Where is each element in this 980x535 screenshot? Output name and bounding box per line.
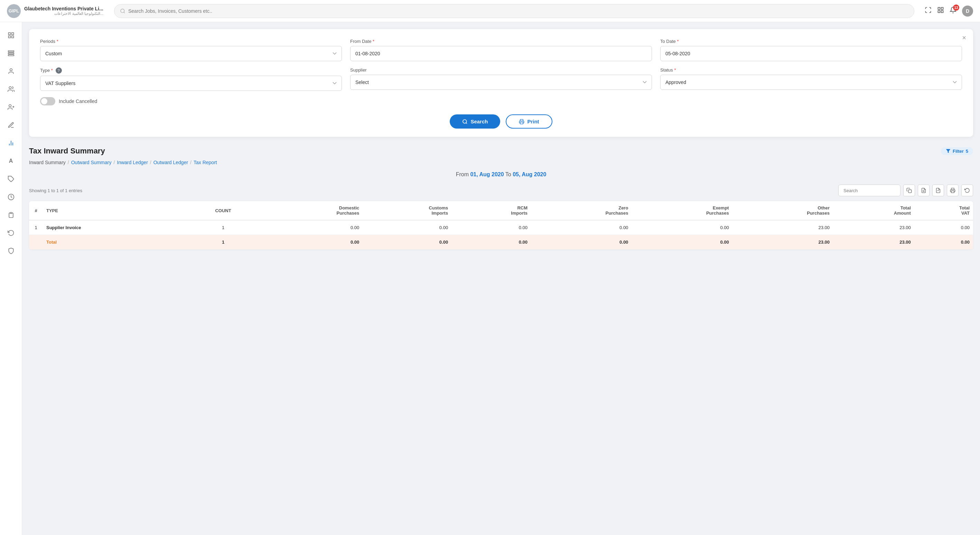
grid-btn[interactable]: [937, 6, 944, 15]
search-button[interactable]: Search: [450, 114, 500, 129]
sidebar-item-user[interactable]: [3, 64, 19, 79]
cell-other: 23.00: [732, 220, 833, 235]
svg-rect-7: [11, 33, 13, 35]
cell-zero: 0.00: [531, 220, 632, 235]
breadcrumb-sep-2: /: [113, 160, 115, 165]
sidebar-item-add-user[interactable]: [3, 100, 19, 115]
to-date-label: To Date *: [660, 39, 962, 44]
excel-btn[interactable]: [932, 184, 944, 196]
fullscreen-btn[interactable]: [925, 6, 932, 15]
type-group: Type * ? VAT Suppliers: [40, 67, 342, 91]
sidebar-item-return[interactable]: [3, 225, 19, 241]
table-search-input[interactable]: [838, 184, 900, 196]
print-btn-icon: [519, 119, 524, 124]
cell-type: Supplier Invoice: [43, 220, 184, 235]
sidebar-item-clipboard[interactable]: [3, 207, 19, 222]
status-label: Status *: [660, 67, 962, 73]
notifications-btn[interactable]: 13: [950, 6, 956, 15]
notification-badge: 13: [953, 5, 959, 11]
cell-count: 1: [184, 220, 262, 235]
svg-rect-12: [8, 55, 14, 56]
filter-card: × Periods * Custom From Date * To Date *…: [29, 29, 973, 137]
table-row: 1 Supplier Invoice 1 0.00 0.00 0.00 0.00…: [29, 220, 973, 235]
svg-rect-9: [11, 36, 13, 38]
breadcrumb-tax-report[interactable]: Tax Report: [194, 160, 217, 165]
cell-total-amount: 23.00: [833, 220, 914, 235]
cell-exempt: 0.00: [632, 220, 732, 235]
sidebar-item-chart[interactable]: [3, 135, 19, 151]
table-toolbar: Showing 1 to 1 of 1 entries: [29, 184, 973, 196]
col-count: COUNT: [184, 201, 262, 220]
main-content: × Periods * Custom From Date * To Date *…: [22, 22, 980, 535]
include-cancelled-toggle[interactable]: [40, 97, 55, 105]
sidebar-item-menu[interactable]: [3, 46, 19, 61]
svg-rect-8: [8, 36, 10, 38]
global-search-input[interactable]: [128, 8, 908, 14]
breadcrumb-outward-ledger[interactable]: Outward Ledger: [153, 160, 188, 165]
col-other: OtherPurchases: [732, 201, 833, 220]
global-search-bar[interactable]: [114, 4, 914, 18]
table-header-row: # TYPE COUNT DomesticPurchases CustomsIm…: [29, 201, 973, 220]
to-date-input[interactable]: [660, 46, 962, 61]
total-label: Total: [43, 235, 184, 249]
total-vat: 0.00: [914, 235, 973, 249]
copy-btn[interactable]: [903, 184, 915, 196]
print-table-btn[interactable]: [947, 184, 959, 196]
supplier-label: Supplier: [350, 67, 652, 73]
entries-info: Showing 1 to 1 of 1 entries: [29, 188, 82, 193]
sidebar-item-edit[interactable]: [3, 117, 19, 133]
total-zero: 0.00: [531, 235, 632, 249]
refresh-btn[interactable]: [961, 184, 973, 196]
svg-line-1: [124, 12, 125, 13]
svg-point-0: [121, 9, 124, 13]
breadcrumb-inward-summary: Inward Summary: [29, 160, 66, 165]
toggle-row: Include Cancelled: [40, 97, 962, 105]
total-domestic: 0.00: [262, 235, 363, 249]
sidebar-item-shield[interactable]: [3, 243, 19, 259]
sidebar-item-dashboard[interactable]: [3, 28, 19, 43]
supplier-select[interactable]: Select: [350, 75, 652, 90]
breadcrumb-sep-4: /: [190, 160, 191, 165]
sidebar-item-clock[interactable]: [3, 189, 19, 205]
csv-btn[interactable]: [918, 184, 929, 196]
total-other: 23.00: [732, 235, 833, 249]
type-select[interactable]: VAT Suppliers: [40, 76, 342, 91]
svg-rect-2: [938, 8, 940, 10]
svg-rect-3: [941, 8, 943, 10]
periods-label: Periods *: [40, 39, 342, 44]
print-table-icon: [950, 188, 955, 193]
filter-badge[interactable]: Filter 5: [941, 147, 973, 155]
topnav: GIPL Glaubetech Inventions Private Li...…: [0, 0, 980, 22]
svg-line-25: [466, 123, 467, 124]
col-rcm: RCMImports: [452, 201, 531, 220]
breadcrumb-inward-ledger[interactable]: Inward Ledger: [117, 160, 148, 165]
cell-customs: 0.00: [363, 220, 452, 235]
svg-rect-11: [8, 52, 14, 54]
breadcrumb-sep-3: /: [150, 160, 151, 165]
from-date-group: From Date *: [350, 39, 652, 61]
status-select[interactable]: Approved: [660, 75, 962, 90]
breadcrumb-outward-summary[interactable]: Outward Summary: [71, 160, 111, 165]
avatar[interactable]: D: [962, 6, 973, 17]
data-table: # TYPE COUNT DomesticPurchases CustomsIm…: [29, 201, 973, 249]
svg-point-24: [463, 119, 467, 123]
type-info-icon[interactable]: ?: [56, 67, 62, 74]
refresh-icon: [964, 188, 970, 193]
svg-point-15: [9, 105, 11, 107]
sidebar-item-users[interactable]: [3, 82, 19, 97]
svg-point-14: [9, 87, 11, 89]
cell-domestic: 0.00: [262, 220, 363, 235]
close-filter-btn[interactable]: ×: [962, 34, 966, 42]
from-date-label: From Date *: [350, 39, 652, 44]
svg-rect-6: [8, 33, 10, 35]
periods-select[interactable]: Custom: [40, 46, 342, 61]
filter-row-2: Type * ? VAT Suppliers Supplier Select S…: [40, 67, 962, 91]
sidebar-item-tag[interactable]: [3, 171, 19, 187]
logo-text: Glaubetech Inventions Private Li... ...ا…: [24, 6, 103, 16]
sidebar-item-text[interactable]: A: [3, 154, 19, 169]
col-exempt: ExemptPurchases: [632, 201, 732, 220]
svg-rect-23: [10, 213, 12, 214]
table-tools: [838, 184, 973, 196]
print-button[interactable]: Print: [506, 114, 552, 129]
from-date-input[interactable]: [350, 46, 652, 61]
